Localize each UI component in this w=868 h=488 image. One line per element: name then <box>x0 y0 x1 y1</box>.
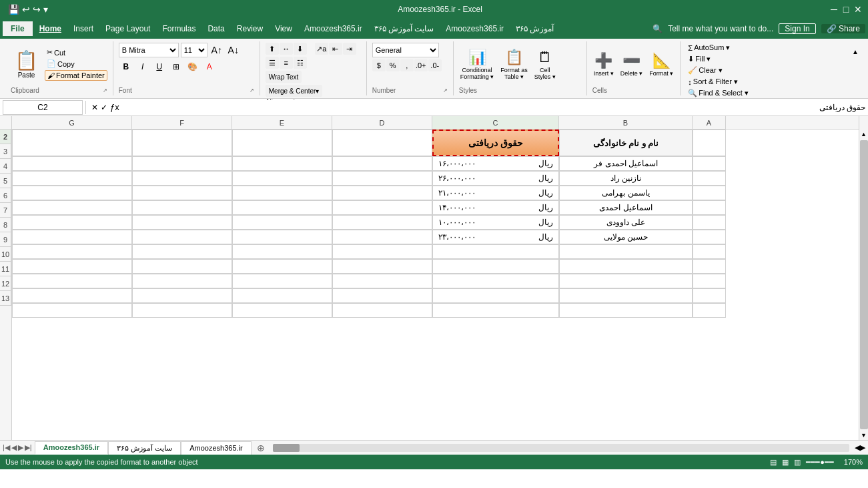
bold-button[interactable]: B <box>119 59 133 74</box>
horizontal-scrollbar-thumb[interactable] <box>273 444 300 452</box>
align-middle-button[interactable]: ↔ <box>280 43 293 55</box>
cell-g7[interactable] <box>12 215 132 230</box>
cell-b7[interactable]: علی داوودی <box>559 215 693 230</box>
scroll-down-button[interactable]: ▼ <box>859 431 868 440</box>
tab-nav-prev[interactable]: ◀ <box>11 443 17 452</box>
cell-e7[interactable] <box>232 215 332 230</box>
col-header-a[interactable]: A <box>693 116 726 129</box>
view-page-layout-button[interactable]: ▦ <box>782 458 789 467</box>
row-num-11[interactable]: 11 <box>0 262 11 276</box>
cell-d3[interactable] <box>332 156 432 171</box>
row-num-9[interactable]: 9 <box>0 232 11 247</box>
row-num-2[interactable]: 2 <box>0 130 11 144</box>
add-sheet-button[interactable]: ⊕ <box>254 443 268 453</box>
cell-c2[interactable]: حقوق دریافتی <box>432 130 559 156</box>
cancel-formula-icon[interactable]: ✕ <box>91 103 98 112</box>
cell-e6[interactable] <box>232 200 332 215</box>
cell-a3[interactable] <box>693 156 726 171</box>
cell-reference-box[interactable] <box>3 100 83 115</box>
sign-in-button[interactable]: Sign In <box>779 23 815 34</box>
undo-button[interactable]: ↩ <box>22 4 30 15</box>
col-header-c[interactable]: C <box>432 116 559 129</box>
tab-nav-first[interactable]: |◀ <box>3 443 10 452</box>
cell-c7[interactable]: ریال ۱۰،۰۰۰،۰۰۰ <box>432 215 559 230</box>
cell-g6[interactable] <box>12 200 132 215</box>
indent-decrease-button[interactable]: ⇤ <box>329 43 342 55</box>
font-family-select[interactable]: B Mitra <box>119 43 179 57</box>
number-format-select[interactable]: General <box>372 43 439 57</box>
insert-button[interactable]: ➕ Insert ▾ <box>592 51 615 78</box>
italic-button[interactable]: I <box>135 59 150 74</box>
formula-input[interactable] <box>125 100 865 115</box>
zoom-level[interactable]: 170% <box>839 458 863 466</box>
col-header-d[interactable]: D <box>332 116 432 129</box>
row-num-3[interactable]: 3 <box>0 144 11 159</box>
indent-increase-button[interactable]: ⇥ <box>343 43 356 55</box>
copy-button[interactable]: 📄 Copy <box>45 59 107 69</box>
cell-styles-button[interactable]: 🗒 CellStyles ▾ <box>533 47 557 81</box>
merge-center-arrow[interactable]: ▾ <box>316 87 319 95</box>
col-header-e[interactable]: E <box>232 116 332 129</box>
fill-button[interactable]: ⬇ Fill ▾ <box>686 54 713 64</box>
scroll-up-button[interactable]: ▲ <box>859 130 868 139</box>
clipboard-expander[interactable]: ↗ <box>103 87 107 93</box>
col-header-b[interactable]: B <box>559 116 693 129</box>
wrap-text-button[interactable]: Wrap Text <box>266 71 302 83</box>
col-header-f[interactable]: F <box>132 116 232 129</box>
cell-d5[interactable] <box>332 186 432 200</box>
confirm-formula-icon[interactable]: ✓ <box>101 103 107 112</box>
review-menu[interactable]: Review <box>232 21 268 36</box>
autosum-button[interactable]: Σ AutoSum ▾ <box>686 43 732 53</box>
collapse-ribbon-button[interactable]: ▲ <box>848 44 863 59</box>
cell-c3[interactable]: ریال ۱۶،۰۰۰،۰۰۰ <box>432 156 559 171</box>
cell-a5[interactable] <box>693 186 726 200</box>
amoozesh-menu-2[interactable]: Amoozesh365.ir <box>440 21 509 36</box>
align-left-button[interactable]: ☰ <box>266 57 279 69</box>
amoozesh-menu-fa2[interactable]: آموزش ۳۶۵ <box>510 21 559 36</box>
file-menu[interactable]: File <box>3 21 33 36</box>
maximize-button[interactable]: □ <box>841 5 851 14</box>
underline-button[interactable]: U <box>152 59 167 74</box>
page-layout-menu[interactable]: Page Layout <box>100 21 155 36</box>
window-controls[interactable]: ─ □ ✕ <box>829 5 863 14</box>
decrease-font-button[interactable]: A↓ <box>226 43 241 57</box>
vertical-scrollbar-thumb[interactable] <box>860 140 868 429</box>
cell-e5[interactable] <box>232 186 332 200</box>
font-expander[interactable]: ↗ <box>250 87 254 93</box>
cut-button[interactable]: ✂ Cut <box>45 47 107 57</box>
col-header-g[interactable]: G <box>12 116 132 129</box>
cell-e3[interactable] <box>232 156 332 171</box>
decimal-increase-button[interactable]: .0+ <box>414 59 428 71</box>
cell-f5[interactable] <box>132 186 232 200</box>
cell-b3[interactable]: اسماعیل احمدی فر <box>559 156 693 171</box>
align-top-button[interactable]: ⬆ <box>266 43 279 55</box>
cell-f2[interactable] <box>132 130 232 156</box>
number-expander[interactable]: ↗ <box>443 87 448 93</box>
fill-color-button[interactable]: 🎨 <box>185 59 200 74</box>
view-page-break-button[interactable]: ▥ <box>794 458 801 467</box>
cell-a4[interactable] <box>693 171 726 186</box>
merge-center-button[interactable]: Merge & Center ▾ <box>266 85 323 97</box>
cell-a8[interactable] <box>693 230 726 244</box>
view-menu[interactable]: View <box>270 21 298 36</box>
horizontal-scrollbar[interactable] <box>273 444 849 452</box>
view-normal-button[interactable]: ▤ <box>770 458 777 467</box>
insert-menu[interactable]: Insert <box>68 21 99 36</box>
more-qat-button[interactable]: ▾ <box>43 4 48 15</box>
sheet-tab-1[interactable]: Amoozesh365.ir <box>35 441 108 455</box>
align-right-button[interactable]: ☷ <box>294 57 307 69</box>
find-select-button[interactable]: 🔍 Find & Select ▾ <box>686 88 750 98</box>
cell-d7[interactable] <box>332 215 432 230</box>
cell-e2[interactable] <box>232 130 332 156</box>
delete-button[interactable]: ➖ Delete ▾ <box>619 51 644 78</box>
font-color-button[interactable]: A <box>202 59 217 74</box>
align-center-button[interactable]: ≡ <box>280 57 293 69</box>
sheet-tab-3[interactable]: Amoozesh365.ir <box>181 441 252 455</box>
cell-d8[interactable] <box>332 230 432 244</box>
scroll-left-arrow[interactable]: ◀ <box>855 443 860 452</box>
cell-b2[interactable]: نام و نام خانوادگی <box>559 130 693 156</box>
comma-button[interactable]: , <box>400 59 414 71</box>
cell-a7[interactable] <box>693 215 726 230</box>
format-painter-button[interactable]: 🖌 Format Painter <box>45 70 107 81</box>
cell-c4[interactable]: ریال ۲۶،۰۰۰،۰۰۰ <box>432 171 559 186</box>
